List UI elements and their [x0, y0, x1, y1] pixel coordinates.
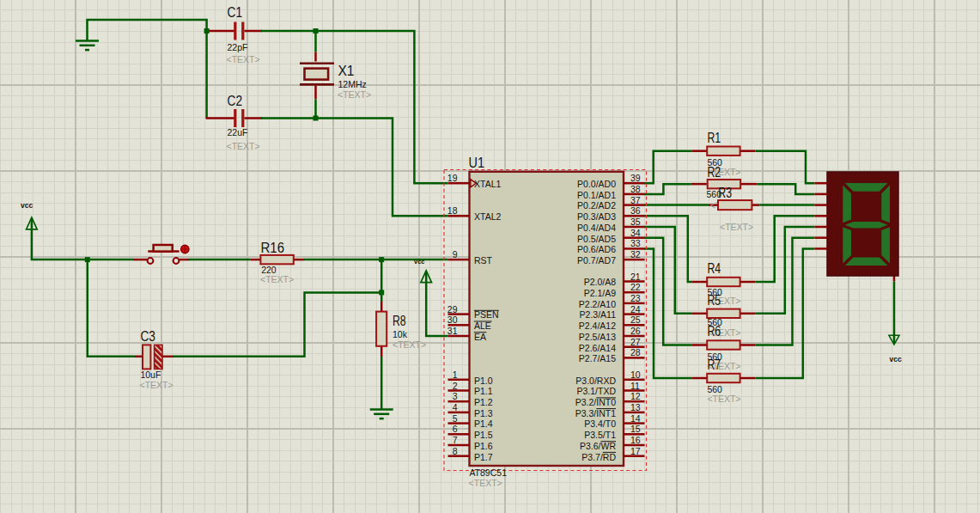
svg-text:33: 33	[630, 238, 641, 248]
svg-text:32: 32	[630, 249, 641, 260]
svg-text:25: 25	[630, 315, 641, 325]
svg-text:P2.4/A12: P2.4/A12	[579, 321, 616, 331]
svg-text:26: 26	[630, 326, 641, 336]
svg-text:P1.6: P1.6	[474, 441, 493, 451]
svg-text:PSEN: PSEN	[474, 309, 499, 320]
svg-text:P3.0/RXD: P3.0/RXD	[575, 376, 616, 386]
svg-text:27: 27	[630, 337, 641, 347]
svg-text:P0.4/AD4: P0.4/AD4	[577, 223, 616, 233]
svg-text:P1.4: P1.4	[474, 418, 493, 429]
svg-text:P2.5/A13: P2.5/A13	[579, 332, 616, 342]
svg-text:P2.0/A8: P2.0/A8	[584, 277, 617, 287]
svg-text:12MHz: 12MHz	[338, 79, 367, 89]
svg-text:15: 15	[630, 424, 641, 434]
svg-text:10uF: 10uF	[140, 369, 161, 380]
svg-text:22uF: 22uF	[228, 127, 248, 137]
svg-text:39: 39	[630, 173, 641, 183]
svg-text:AT89C51: AT89C51	[469, 467, 507, 478]
svg-text:P0.3/AD3: P0.3/AD3	[577, 211, 616, 222]
svg-text:35: 35	[630, 217, 641, 227]
svg-text:18: 18	[447, 205, 458, 216]
svg-text:P0.6/AD6: P0.6/AD6	[577, 244, 616, 254]
svg-text:P2.6/A14: P2.6/A14	[579, 343, 616, 353]
svg-text:19: 19	[447, 173, 458, 183]
svg-text:22pF: 22pF	[228, 42, 248, 52]
svg-text:X1: X1	[338, 63, 355, 79]
svg-text:P1.5: P1.5	[474, 430, 493, 440]
svg-text:5: 5	[453, 413, 458, 424]
svg-text:10: 10	[630, 369, 641, 380]
svg-text:8: 8	[453, 446, 458, 456]
svg-text:R7: R7	[707, 357, 721, 373]
svg-text:16: 16	[630, 435, 641, 445]
svg-text:R4: R4	[707, 260, 721, 277]
svg-text:P3.2/INT0: P3.2/INT0	[575, 397, 616, 407]
svg-text:<TEXT>: <TEXT>	[720, 222, 753, 232]
svg-text:P2.2/A10: P2.2/A10	[579, 299, 616, 309]
svg-text:P3.3/INT1: P3.3/INT1	[575, 408, 616, 418]
svg-text:C2: C2	[228, 93, 243, 109]
svg-text:7: 7	[453, 435, 458, 445]
svg-text:ALE: ALE	[474, 321, 491, 331]
svg-text:U1: U1	[469, 155, 485, 171]
svg-text:R16: R16	[261, 240, 285, 256]
svg-text:P3.7/RD: P3.7/RD	[581, 452, 616, 462]
svg-text:P2.7/A15: P2.7/A15	[579, 353, 616, 363]
svg-text:R2: R2	[707, 164, 721, 180]
svg-text:38: 38	[630, 184, 641, 194]
svg-text:P1.2: P1.2	[474, 397, 493, 407]
svg-text:6: 6	[453, 424, 458, 434]
svg-text:P1.0: P1.0	[474, 376, 493, 386]
svg-text:37: 37	[630, 195, 641, 205]
svg-text:<TEXT>: <TEXT>	[338, 89, 371, 100]
svg-text:34: 34	[630, 228, 641, 238]
svg-text:P0.7/AD7: P0.7/AD7	[577, 255, 616, 266]
svg-text:P0.1/AD1: P0.1/AD1	[577, 190, 616, 200]
svg-text:EA: EA	[474, 332, 486, 342]
svg-text:P2.1/A9: P2.1/A9	[584, 288, 617, 298]
svg-text:P3.4/T0: P3.4/T0	[584, 418, 616, 429]
svg-text:<TEXT>: <TEXT>	[707, 394, 740, 404]
svg-text:21: 21	[630, 272, 641, 282]
svg-text:9: 9	[453, 249, 458, 260]
svg-text:4: 4	[453, 402, 458, 412]
svg-text:R8: R8	[393, 313, 406, 329]
svg-text:3: 3	[453, 391, 458, 401]
svg-text:22: 22	[630, 282, 641, 292]
svg-text:P3.1/TXD: P3.1/TXD	[576, 386, 616, 396]
svg-text:<TEXT>: <TEXT>	[140, 380, 173, 390]
svg-text:2: 2	[453, 381, 458, 391]
svg-text:10k: 10k	[393, 329, 408, 339]
svg-text:30: 30	[447, 315, 458, 325]
svg-text:<TEXT>: <TEXT>	[227, 141, 260, 151]
svg-text:12: 12	[630, 391, 641, 401]
svg-text:vcc: vcc	[890, 355, 902, 363]
svg-text:R6: R6	[707, 323, 721, 339]
svg-text:P1.3: P1.3	[474, 408, 493, 418]
svg-text:31: 31	[447, 326, 458, 336]
svg-text:<TEXT>: <TEXT>	[469, 478, 502, 488]
svg-text:P0.2/AD2: P0.2/AD2	[577, 200, 616, 211]
svg-text:<TEXT>: <TEXT>	[393, 339, 426, 350]
svg-text:36: 36	[630, 205, 641, 216]
svg-text:P2.3/A11: P2.3/A11	[580, 309, 617, 320]
svg-text:C3: C3	[140, 328, 155, 345]
svg-text:28: 28	[630, 347, 641, 357]
svg-text:P0.0/AD0: P0.0/AD0	[577, 179, 616, 189]
svg-text:P0.5/AD5: P0.5/AD5	[577, 234, 616, 244]
svg-text:29: 29	[447, 304, 458, 315]
svg-text:13: 13	[630, 402, 641, 412]
svg-text:XTAL2: XTAL2	[474, 211, 501, 222]
svg-text:14: 14	[630, 413, 641, 424]
svg-text:<TEXT>: <TEXT>	[227, 54, 260, 64]
svg-text:P3.5/T1: P3.5/T1	[584, 430, 616, 440]
svg-text:R3: R3	[718, 185, 732, 201]
svg-text:P1.7: P1.7	[474, 452, 493, 462]
svg-text:17: 17	[630, 446, 641, 456]
svg-text:11: 11	[630, 381, 640, 391]
svg-text:RST: RST	[474, 255, 493, 266]
svg-text:vcc: vcc	[21, 201, 33, 210]
svg-text:P1.1: P1.1	[474, 386, 493, 396]
svg-text:24: 24	[630, 304, 641, 315]
svg-text:1: 1	[453, 369, 458, 380]
